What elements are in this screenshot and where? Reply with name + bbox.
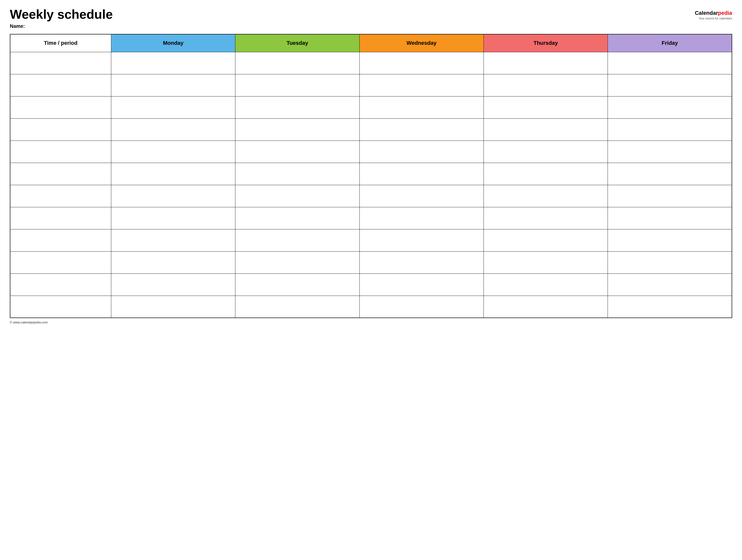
- schedule-table: Time / period Monday Tuesday Wednesday T…: [10, 34, 732, 318]
- table-row: [10, 118, 732, 141]
- table-row: [10, 274, 732, 296]
- schedule-cell[interactable]: [483, 207, 607, 229]
- schedule-cell[interactable]: [111, 74, 235, 96]
- schedule-cell[interactable]: [360, 52, 483, 74]
- header-row: Time / period Monday Tuesday Wednesday T…: [10, 34, 732, 52]
- schedule-cell[interactable]: [235, 141, 360, 163]
- name-label: Name:: [10, 23, 113, 29]
- schedule-cell[interactable]: [111, 229, 235, 251]
- table-row: [10, 185, 732, 207]
- schedule-cell[interactable]: [483, 296, 607, 318]
- schedule-cell[interactable]: [483, 118, 607, 141]
- schedule-cell[interactable]: [483, 185, 607, 207]
- schedule-cell[interactable]: [111, 96, 235, 118]
- schedule-cell[interactable]: [235, 118, 360, 141]
- time-cell[interactable]: [10, 229, 111, 251]
- schedule-cell[interactable]: [608, 229, 732, 251]
- schedule-cell[interactable]: [483, 163, 607, 185]
- time-cell[interactable]: [10, 185, 111, 207]
- schedule-cell[interactable]: [111, 163, 235, 185]
- schedule-cell[interactable]: [608, 52, 732, 74]
- time-cell[interactable]: [10, 296, 111, 318]
- schedule-cell[interactable]: [235, 207, 360, 229]
- schedule-cell[interactable]: [483, 251, 607, 274]
- schedule-cell[interactable]: [608, 185, 732, 207]
- schedule-cell[interactable]: [360, 163, 483, 185]
- schedule-cell[interactable]: [360, 141, 483, 163]
- schedule-cell[interactable]: [360, 274, 483, 296]
- schedule-cell[interactable]: [360, 229, 483, 251]
- schedule-cell[interactable]: [483, 229, 607, 251]
- table-row: [10, 251, 732, 274]
- schedule-cell[interactable]: [608, 74, 732, 96]
- schedule-cell[interactable]: [360, 118, 483, 141]
- schedule-cell[interactable]: [235, 296, 360, 318]
- logo-section: Calendarpedia Your source for calendars: [695, 7, 732, 20]
- schedule-cell[interactable]: [608, 274, 732, 296]
- schedule-cell[interactable]: [608, 96, 732, 118]
- schedule-cell[interactable]: [608, 296, 732, 318]
- table-row: [10, 207, 732, 229]
- schedule-cell[interactable]: [360, 207, 483, 229]
- time-cell[interactable]: [10, 118, 111, 141]
- schedule-cell[interactable]: [235, 274, 360, 296]
- time-cell[interactable]: [10, 251, 111, 274]
- table-row: [10, 229, 732, 251]
- schedule-cell[interactable]: [608, 207, 732, 229]
- table-row: [10, 141, 732, 163]
- schedule-cell[interactable]: [483, 52, 607, 74]
- footer-url: © www.calendarpedia.com: [10, 321, 48, 324]
- table-row: [10, 74, 732, 96]
- schedule-cell[interactable]: [111, 274, 235, 296]
- schedule-cell[interactable]: [608, 163, 732, 185]
- logo-text: Calendarpedia: [695, 10, 732, 16]
- col-header-wednesday: Wednesday: [360, 34, 483, 52]
- time-cell[interactable]: [10, 74, 111, 96]
- schedule-cell[interactable]: [111, 141, 235, 163]
- schedule-cell[interactable]: [360, 296, 483, 318]
- schedule-cell[interactable]: [235, 96, 360, 118]
- schedule-cell[interactable]: [111, 296, 235, 318]
- time-cell[interactable]: [10, 207, 111, 229]
- schedule-cell[interactable]: [483, 274, 607, 296]
- schedule-cell[interactable]: [111, 207, 235, 229]
- schedule-cell[interactable]: [235, 52, 360, 74]
- time-cell[interactable]: [10, 52, 111, 74]
- schedule-cell[interactable]: [483, 141, 607, 163]
- schedule-cell[interactable]: [111, 52, 235, 74]
- table-row: [10, 296, 732, 318]
- schedule-cell[interactable]: [111, 251, 235, 274]
- footer: © www.calendarpedia.com: [10, 321, 732, 324]
- schedule-cell[interactable]: [360, 74, 483, 96]
- schedule-cell[interactable]: [360, 251, 483, 274]
- page-title: Weekly schedule: [10, 7, 113, 21]
- col-header-time: Time / period: [10, 34, 111, 52]
- schedule-cell[interactable]: [360, 185, 483, 207]
- col-header-monday: Monday: [111, 34, 235, 52]
- schedule-cell[interactable]: [235, 185, 360, 207]
- time-cell[interactable]: [10, 274, 111, 296]
- schedule-cell[interactable]: [483, 74, 607, 96]
- time-cell[interactable]: [10, 96, 111, 118]
- table-row: [10, 96, 732, 118]
- schedule-cell[interactable]: [483, 96, 607, 118]
- table-row: [10, 163, 732, 185]
- time-cell[interactable]: [10, 141, 111, 163]
- schedule-cell[interactable]: [235, 251, 360, 274]
- schedule-cell[interactable]: [111, 185, 235, 207]
- logo-calendar: Calendar: [695, 10, 718, 16]
- logo-pedia: pedia: [718, 10, 732, 16]
- schedule-cell[interactable]: [111, 118, 235, 141]
- schedule-cell[interactable]: [608, 118, 732, 141]
- schedule-cell[interactable]: [360, 96, 483, 118]
- col-header-thursday: Thursday: [483, 34, 607, 52]
- schedule-cell[interactable]: [235, 229, 360, 251]
- schedule-cell[interactable]: [235, 163, 360, 185]
- col-header-friday: Friday: [608, 34, 732, 52]
- schedule-cell[interactable]: [608, 251, 732, 274]
- schedule-cell[interactable]: [235, 74, 360, 96]
- schedule-cell[interactable]: [608, 141, 732, 163]
- time-cell[interactable]: [10, 163, 111, 185]
- col-header-tuesday: Tuesday: [235, 34, 360, 52]
- table-row: [10, 52, 732, 74]
